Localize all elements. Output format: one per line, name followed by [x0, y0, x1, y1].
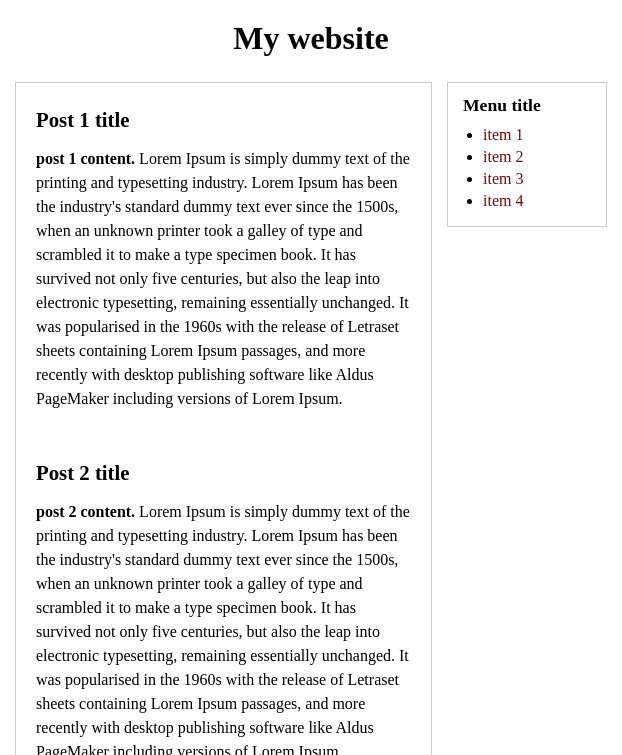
sidebar-link-2[interactable]: item 2: [483, 148, 523, 165]
sidebar-link-3[interactable]: item 3: [483, 170, 523, 187]
and-more-text: and more: [305, 695, 365, 712]
sidebar-title: Menu title: [463, 95, 591, 116]
post-body-1: post 1 content. Lorem Ipsum is simply du…: [36, 147, 411, 411]
sidebar: Menu title item 1item 2item 3item 4: [447, 82, 607, 227]
post-1: Post 1 titlepost 1 content. Lorem Ipsum …: [36, 108, 411, 431]
sidebar-menu: item 1item 2item 3item 4: [463, 126, 591, 210]
post-label-2: post 2 content.: [36, 503, 135, 520]
post-body-2: post 2 content. Lorem Ipsum is simply du…: [36, 500, 411, 755]
post-title-2: Post 2 title: [36, 461, 411, 485]
sidebar-item-1: item 1: [483, 126, 591, 144]
main-content: Post 1 titlepost 1 content. Lorem Ipsum …: [15, 82, 432, 755]
layout: Post 1 titlepost 1 content. Lorem Ipsum …: [0, 72, 622, 755]
sidebar-item-4: item 4: [483, 192, 591, 210]
post-title-1: Post 1 title: [36, 108, 411, 132]
post-2: Post 2 titlepost 2 content. Lorem Ipsum …: [36, 461, 411, 755]
sidebar-link-4[interactable]: item 4: [483, 192, 523, 209]
site-title: My website: [10, 20, 612, 57]
post-label-1: post 1 content.: [36, 150, 135, 167]
sidebar-item-2: item 2: [483, 148, 591, 166]
site-header: My website: [0, 0, 622, 72]
sidebar-link-1[interactable]: item 1: [483, 126, 523, 143]
sidebar-item-3: item 3: [483, 170, 591, 188]
